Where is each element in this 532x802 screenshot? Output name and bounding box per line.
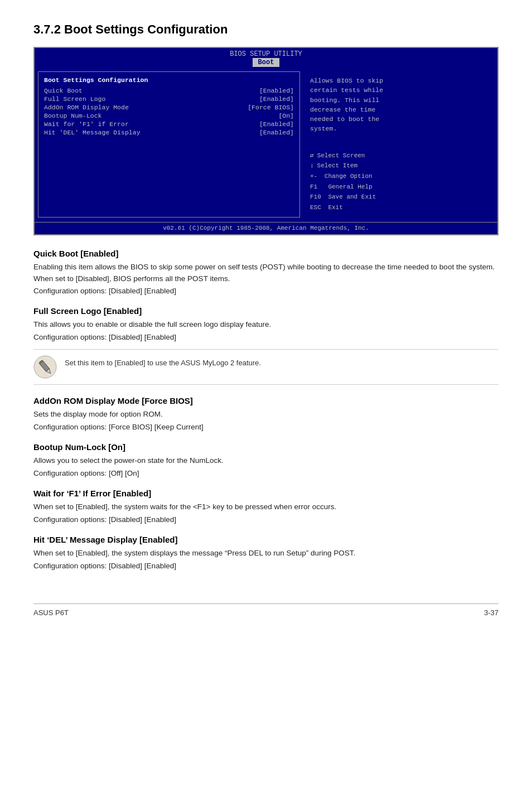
bios-row-full-screen: Full Screen Logo [Enabled] <box>44 95 294 103</box>
note-text-full-screen: Set this item to [Enabled] to use the AS… <box>65 355 261 369</box>
note-pen-icon <box>33 355 57 379</box>
section-body-addon-rom: Sets the display mode for option ROM. <box>33 409 499 421</box>
bios-active-tab: Boot <box>253 58 280 67</box>
section-body-quick-boot: Enabling this item allows the BIOS to sk… <box>33 262 499 285</box>
section-body-wait-f1: When set to [Enabled], the system waits … <box>33 501 499 513</box>
bios-row-addon-rom: AddOn ROM Display Mode [Force BIOS] <box>44 104 294 111</box>
bios-settings-rows: Quick Boot [Enabled] Full Screen Logo [E… <box>44 87 294 136</box>
config-addon-rom: Configuration options: [Force BIOS] [Kee… <box>33 423 499 431</box>
section-full-screen-logo: Full Screen Logo [Enabled] This allows y… <box>33 306 499 385</box>
section-body-full-screen: This allows you to enable or disable the… <box>33 319 499 331</box>
section-hit-del: Hit ‘DEL’ Message Display [Enabled] When… <box>33 535 499 570</box>
section-heading-numlock: Bootup Num-Lock [On] <box>33 442 499 452</box>
config-full-screen: Configuration options: [Disabled] [Enabl… <box>33 333 499 341</box>
section-wait-f1: Wait for ‘F1’ If Error [Enabled] When se… <box>33 489 499 524</box>
footer-left: ASUS P6T <box>33 608 69 617</box>
section-heading-addon-rom: AddOn ROM Display Mode [Force BIOS] <box>33 396 499 405</box>
section-heading-quick-boot: Quick Boot [Enabled] <box>33 249 499 258</box>
bios-right-panel: Allows BIOS to skip certain tests while … <box>304 71 494 218</box>
page-footer: ASUS P6T 3-37 <box>33 603 499 617</box>
section-body-hit-del: When set to [Enabled], the system displa… <box>33 548 499 559</box>
config-hit-del: Configuration options: [Disabled] [Enabl… <box>33 562 499 570</box>
bios-footer: v02.61 (C)Copyright 1985-2008, American … <box>35 222 497 234</box>
bios-row-wait-f1: Wait for 'F1' if Error [Enabled] <box>44 120 294 128</box>
config-quick-boot: Configuration options: [Disabled] [Enabl… <box>33 287 499 295</box>
bios-row-numlock: Bootup Num-Lock [On] <box>44 112 294 119</box>
config-wait-f1: Configuration options: [Disabled] [Enabl… <box>33 515 499 524</box>
config-numlock: Configuration options: [Off] [On] <box>33 469 499 477</box>
section-heading-hit-del: Hit ‘DEL’ Message Display [Enabled] <box>33 535 499 544</box>
section-addon-rom: AddOn ROM Display Mode [Force BIOS] Sets… <box>33 396 499 431</box>
section-body-numlock: Allows you to select the power-on state … <box>33 455 499 467</box>
bios-help-text: Allows BIOS to skip certain tests while … <box>310 76 489 134</box>
bios-nav: ⇄ Select Screen ↕ Select Item +- Change … <box>310 151 489 213</box>
section-heading-wait-f1: Wait for ‘F1’ If Error [Enabled] <box>33 489 499 498</box>
section-quick-boot: Quick Boot [Enabled] Enabling this item … <box>33 249 499 296</box>
bios-row-quick-boot: Quick Boot [Enabled] <box>44 87 294 94</box>
bios-row-del-message: Hit 'DEL' Message Display [Enabled] <box>44 129 294 136</box>
bios-section-header: Boot Settings Configuration <box>44 76 294 84</box>
page-title: 3.7.2 Boot Settings Configuration <box>33 22 499 37</box>
footer-right: 3-37 <box>484 608 499 617</box>
section-bootup-numlock: Bootup Num-Lock [On] Allows you to selec… <box>33 442 499 477</box>
bios-screenshot: BIOS SETUP UTILITY Boot Boot Settings Co… <box>33 47 499 235</box>
bios-utility-title: BIOS SETUP UTILITY Boot <box>35 48 497 67</box>
note-box-full-screen: Set this item to [Enabled] to use the AS… <box>33 349 499 385</box>
bios-left-panel: Boot Settings Configuration Quick Boot [… <box>38 71 300 218</box>
section-heading-full-screen: Full Screen Logo [Enabled] <box>33 306 499 316</box>
